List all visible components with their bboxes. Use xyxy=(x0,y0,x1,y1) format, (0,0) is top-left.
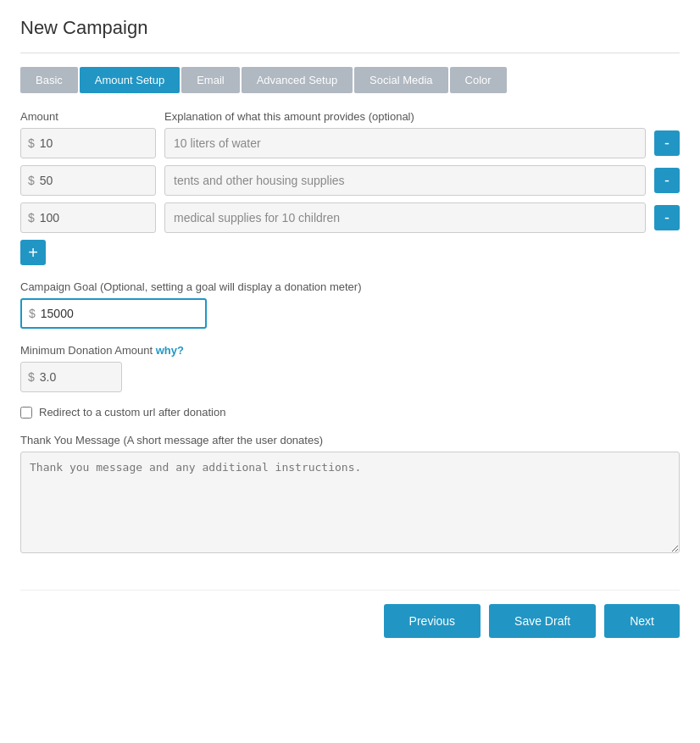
tab-social-media[interactable]: Social Media xyxy=(354,67,447,93)
remove-row-3-button[interactable]: - xyxy=(654,205,680,230)
redirect-label: Redirect to a custom url after donation xyxy=(39,406,225,419)
amount-row-2: $ - xyxy=(20,165,680,196)
campaign-goal-input[interactable] xyxy=(41,307,198,320)
amount-row-3: $ - xyxy=(20,202,680,233)
tab-basic[interactable]: Basic xyxy=(20,67,78,93)
min-donation-section: Minimum Donation Amount why? $ xyxy=(20,344,680,392)
tab-bar: Basic Amount Setup Email Advanced Setup … xyxy=(20,67,680,93)
campaign-goal-wrap: $ xyxy=(20,298,207,329)
amount-column-label: Amount xyxy=(20,110,156,123)
dollar-sign-1: $ xyxy=(28,136,35,150)
amount-input-1[interactable] xyxy=(40,136,148,150)
section-labels: Amount Explanation of what this amount p… xyxy=(20,110,680,123)
tab-advanced-setup[interactable]: Advanced Setup xyxy=(242,67,353,93)
thankyou-label: Thank You Message (A short message after… xyxy=(20,434,680,446)
amount-input-2[interactable] xyxy=(40,174,148,187)
campaign-goal-dollar: $ xyxy=(29,307,36,320)
next-button[interactable]: Next xyxy=(604,604,680,638)
previous-button[interactable]: Previous xyxy=(384,604,481,638)
min-dollar-sign: $ xyxy=(28,370,35,384)
amount-row-1: $ - xyxy=(20,128,680,158)
explanation-input-1[interactable] xyxy=(164,128,646,158)
remove-row-1-button[interactable]: - xyxy=(654,130,680,156)
tab-email[interactable]: Email xyxy=(181,67,240,93)
redirect-row: Redirect to a custom url after donation xyxy=(20,406,680,419)
amount-input-wrap-2: $ xyxy=(20,165,156,196)
amount-input-wrap-3: $ xyxy=(20,202,156,233)
save-draft-button[interactable]: Save Draft xyxy=(489,604,596,638)
min-donation-input[interactable] xyxy=(40,370,114,384)
thankyou-textarea[interactable] xyxy=(20,452,680,553)
amount-input-wrap-1: $ xyxy=(20,128,156,158)
amount-input-3[interactable] xyxy=(40,211,148,225)
min-donation-wrap: $ xyxy=(20,362,122,392)
remove-row-2-button[interactable]: - xyxy=(654,168,680,193)
page-title: New Campaign xyxy=(20,17,680,39)
redirect-checkbox[interactable] xyxy=(20,407,32,419)
dollar-sign-2: $ xyxy=(28,174,35,187)
tab-color[interactable]: Color xyxy=(450,67,507,93)
min-donation-label: Minimum Donation Amount why? xyxy=(20,344,680,357)
dollar-sign-3: $ xyxy=(28,211,35,225)
campaign-goal-label: Campaign Goal (Optional, setting a goal … xyxy=(20,280,680,293)
tab-amount-setup[interactable]: Amount Setup xyxy=(80,67,180,93)
explanation-input-2[interactable] xyxy=(164,165,646,196)
add-row-button[interactable]: + xyxy=(20,240,46,265)
bottom-bar: Previous Save Draft Next xyxy=(20,590,680,638)
explanation-input-3[interactable] xyxy=(164,202,646,233)
amount-rows: $ - $ - $ - xyxy=(20,128,680,233)
explanation-column-label: Explanation of what this amount provides… xyxy=(164,110,414,123)
